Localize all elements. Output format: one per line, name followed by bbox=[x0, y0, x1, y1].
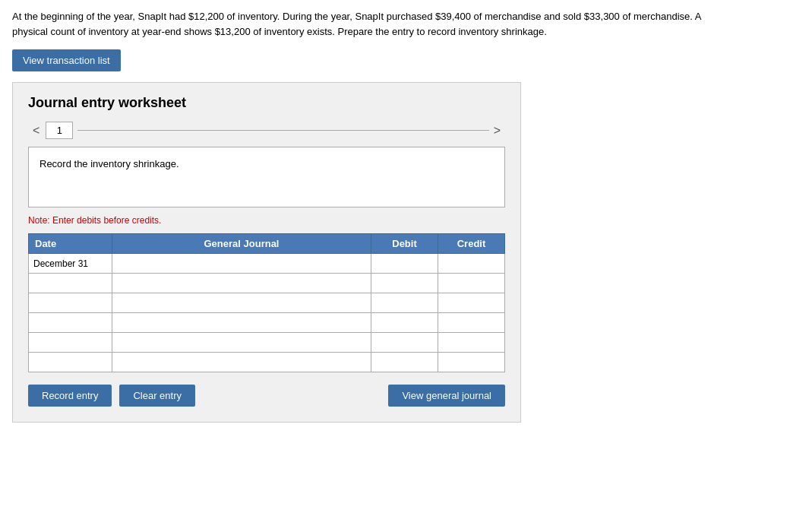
journal-input-4[interactable] bbox=[112, 333, 371, 352]
intro-text: At the beginning of the year, SnapIt had… bbox=[12, 9, 726, 39]
journal-input-5[interactable] bbox=[112, 353, 371, 372]
col-header-journal: General Journal bbox=[112, 234, 371, 254]
worksheet-container: Journal entry worksheet < 1 > Record the… bbox=[12, 82, 521, 423]
col-header-date: Date bbox=[29, 234, 112, 254]
instruction-box: Record the inventory shrinkage. bbox=[28, 147, 505, 207]
date-input-4[interactable] bbox=[29, 333, 112, 352]
view-transaction-button[interactable]: View transaction list bbox=[12, 49, 121, 71]
table-row bbox=[29, 254, 505, 274]
tab-nav: < 1 > bbox=[28, 122, 505, 139]
note-text: Note: Enter debits before credits. bbox=[28, 215, 505, 226]
worksheet-title: Journal entry worksheet bbox=[28, 95, 505, 111]
credit-input-3[interactable] bbox=[438, 313, 504, 332]
date-input-0[interactable] bbox=[29, 254, 112, 273]
prev-tab-arrow[interactable]: < bbox=[28, 122, 44, 139]
table-row bbox=[29, 313, 505, 333]
next-tab-arrow[interactable]: > bbox=[489, 122, 505, 139]
date-input-5[interactable] bbox=[29, 353, 112, 372]
col-header-credit: Credit bbox=[438, 234, 505, 254]
journal-input-0[interactable] bbox=[112, 254, 371, 273]
credit-input-1[interactable] bbox=[438, 274, 504, 293]
table-row bbox=[29, 353, 505, 372]
instruction-text: Record the inventory shrinkage. bbox=[39, 158, 179, 169]
record-entry-button[interactable]: Record entry bbox=[28, 385, 112, 407]
journal-input-3[interactable] bbox=[112, 313, 371, 332]
clear-entry-button[interactable]: Clear entry bbox=[119, 385, 195, 407]
debit-input-3[interactable] bbox=[371, 313, 438, 332]
button-row: Record entry Clear entry View general jo… bbox=[28, 385, 505, 407]
credit-input-5[interactable] bbox=[438, 353, 504, 372]
col-header-debit: Debit bbox=[371, 234, 438, 254]
view-general-journal-button[interactable]: View general journal bbox=[388, 385, 505, 407]
tab-line bbox=[77, 130, 488, 131]
table-row bbox=[29, 274, 505, 293]
date-input-1[interactable] bbox=[29, 274, 112, 293]
date-input-2[interactable] bbox=[29, 293, 112, 312]
table-row bbox=[29, 293, 505, 313]
table-row bbox=[29, 333, 505, 353]
debit-input-5[interactable] bbox=[371, 353, 438, 372]
date-input-3[interactable] bbox=[29, 313, 112, 332]
journal-input-2[interactable] bbox=[112, 293, 371, 312]
tab-number: 1 bbox=[46, 122, 73, 139]
debit-input-4[interactable] bbox=[371, 333, 438, 352]
journal-input-1[interactable] bbox=[112, 274, 371, 293]
debit-input-1[interactable] bbox=[371, 274, 438, 293]
debit-input-2[interactable] bbox=[371, 293, 438, 312]
credit-input-0[interactable] bbox=[438, 254, 504, 273]
journal-table: Date General Journal Debit Credit bbox=[28, 233, 505, 372]
debit-input-0[interactable] bbox=[371, 254, 438, 273]
credit-input-4[interactable] bbox=[438, 333, 504, 352]
credit-input-2[interactable] bbox=[438, 293, 504, 312]
